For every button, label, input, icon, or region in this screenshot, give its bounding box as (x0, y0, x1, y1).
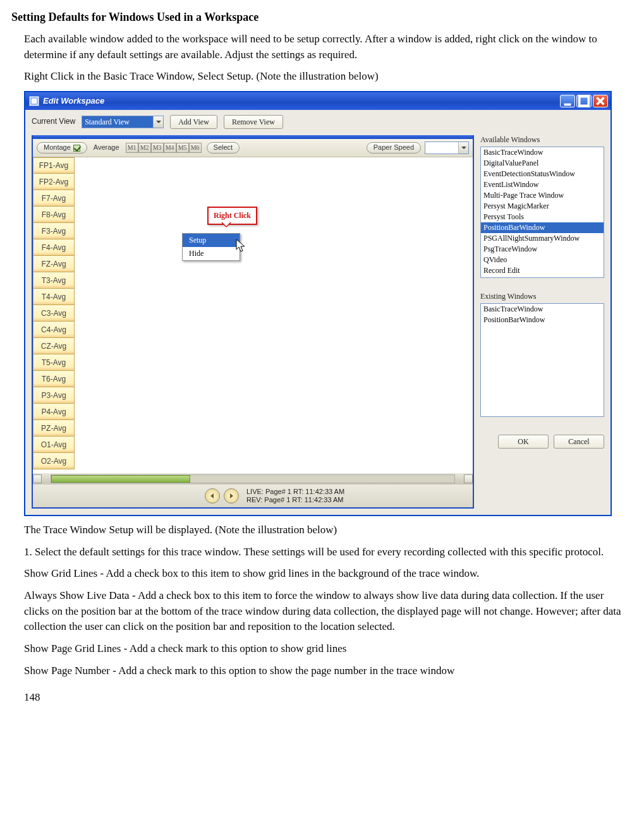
montage-label: Montage (44, 143, 71, 153)
ok-button[interactable]: OK (498, 435, 549, 449)
list-item[interactable]: PositionBarWindow (481, 222, 604, 233)
channel-label[interactable]: F8-Avg (33, 207, 75, 223)
list-item[interactable]: Persyst MagicMarker (481, 201, 604, 212)
m-button[interactable]: M1 (126, 143, 138, 153)
list-item[interactable]: Multi-Page Trace Window (481, 190, 604, 201)
chevron-down-icon[interactable] (153, 116, 163, 128)
select-button[interactable]: Select (207, 142, 240, 154)
list-item[interactable]: DigitalValuePanel (481, 158, 604, 169)
existing-windows-listbox[interactable]: BasicTraceWindowPositionBarWindow (480, 303, 604, 417)
context-menu[interactable]: Setup Hide (182, 233, 240, 261)
list-item[interactable]: BasicTraceWindow (481, 304, 604, 315)
channel-label[interactable]: FP2-Avg (33, 174, 75, 190)
add-view-button[interactable]: Add View (170, 115, 217, 129)
channel-label[interactable]: F4-Avg (33, 239, 75, 256)
check-icon (73, 145, 80, 152)
channel-column: FP1-AvgFP2-AvgF7-AvgF8-AvgF3-AvgF4-AvgFZ… (33, 157, 75, 473)
paragraph-4: 1. Select the default settings for this … (24, 545, 626, 560)
cancel-button[interactable]: Cancel (554, 435, 604, 449)
paragraph-7: Show Page Grid Lines - Add a check mark … (24, 641, 626, 657)
nav-back-button[interactable] (205, 488, 220, 503)
channel-label[interactable]: T5-Avg (33, 354, 75, 371)
paper-speed-button[interactable]: Paper Speed (367, 142, 421, 154)
list-item[interactable]: QVideo (481, 255, 604, 265)
current-view-label: Current View (32, 116, 75, 127)
list-item[interactable]: PSGAllNightSummaryWindow (481, 233, 604, 244)
list-item[interactable]: BasicTraceWindow (481, 147, 604, 158)
paper-speed-label: Paper Speed (374, 143, 414, 153)
current-view-value[interactable] (82, 116, 164, 128)
paragraph-5: Show Grid Lines - Add a check box to thi… (24, 566, 626, 582)
current-view-combo[interactable] (82, 116, 164, 128)
page-number: 148 (24, 690, 626, 706)
menu-setup[interactable]: Setup (183, 234, 240, 247)
channel-label[interactable]: P4-Avg (33, 404, 75, 420)
channel-label[interactable]: FZ-Avg (33, 256, 75, 272)
channel-label[interactable]: F7-Avg (33, 190, 75, 207)
montage-button[interactable]: Montage (37, 142, 87, 154)
minimize-button[interactable] (560, 95, 575, 107)
channel-label[interactable]: C3-Avg (33, 305, 75, 322)
scroll-left-button[interactable] (33, 474, 42, 483)
status-rev: REV: Page# 1 RT: 11:42:33 AM (246, 496, 344, 504)
existing-windows-label: Existing Windows (480, 292, 604, 301)
list-item[interactable]: Persyst Tools (481, 212, 604, 222)
channel-label[interactable]: T4-Avg (33, 289, 75, 305)
paragraph-6: Always Show Live Data - Add a check box … (24, 588, 626, 635)
status-live: LIVE: Page# 1 RT: 11:42:33 AM (246, 488, 344, 496)
m-button[interactable]: M5 (176, 143, 189, 153)
chevron-down-icon[interactable] (458, 142, 468, 154)
list-item[interactable]: Record Edit (481, 265, 604, 276)
average-label: Average (91, 143, 122, 153)
list-item[interactable]: EventDetectionStatusWindow (481, 169, 604, 179)
m-button[interactable]: M2 (138, 143, 151, 153)
maximize-button[interactable] (576, 95, 592, 107)
m-button[interactable]: M4 (164, 143, 176, 153)
list-item[interactable]: PsgTraceWindow (481, 244, 604, 255)
channel-label[interactable]: P3-Avg (33, 387, 75, 404)
channel-label[interactable]: O1-Avg (33, 437, 75, 453)
edit-workspace-window: Edit Workspace Current View Add View Rem… (24, 91, 612, 516)
svg-rect-2 (580, 97, 589, 106)
list-item[interactable]: PositionBarWindow (481, 315, 604, 325)
scroll-thumb[interactable] (51, 475, 190, 483)
app-icon (29, 96, 39, 106)
scroll-right-button[interactable] (464, 474, 473, 483)
trace-toolbar: Montage Average M1M2M3M4M5M6 Select Pape… (33, 139, 473, 157)
paragraph-3: The Trace Window Setup will be displayed… (24, 522, 626, 538)
page-title: Setting Defaults for Windows Used in a W… (11, 9, 626, 25)
window-title: Edit Workspace (43, 95, 104, 107)
available-windows-listbox[interactable]: BasicTraceWindowDigitalValuePanelEventDe… (480, 147, 604, 278)
channel-label[interactable]: O2-Avg (33, 453, 75, 469)
m-button[interactable]: M3 (151, 143, 164, 153)
channel-label[interactable]: C4-Avg (33, 322, 75, 338)
channel-label[interactable]: T6-Avg (33, 371, 75, 387)
channel-label[interactable]: T3-Avg (33, 272, 75, 289)
trace-canvas[interactable]: Right Click Setup Hide (75, 157, 473, 473)
basic-trace-window[interactable]: Montage Average M1M2M3M4M5M6 Select Pape… (32, 135, 474, 509)
remove-view-button[interactable]: Remove View (224, 115, 283, 129)
list-item[interactable]: EventListWindow (481, 179, 604, 190)
right-click-callout: Right Click (207, 207, 257, 225)
channel-label[interactable]: FP1-Avg (33, 157, 75, 174)
svg-rect-0 (31, 98, 37, 104)
paragraph-1: Each available window added to the works… (24, 32, 626, 63)
paper-speed-combo[interactable] (425, 142, 469, 154)
close-button[interactable] (593, 95, 608, 107)
window-titlebar[interactable]: Edit Workspace (25, 92, 611, 110)
channel-label[interactable]: CZ-Avg (33, 338, 75, 354)
channel-label[interactable]: PZ-Avg (33, 420, 75, 437)
channel-label[interactable]: F3-Avg (33, 223, 75, 239)
trace-status-bar: LIVE: Page# 1 RT: 11:42:33 AM REV: Page#… (33, 485, 473, 507)
paragraph-8: Show Page Number - Add a check mark to t… (24, 663, 626, 679)
paragraph-2: Right Click in the Basic Trace Window, S… (24, 69, 626, 85)
view-row: Current View Add View Remove View (32, 115, 604, 129)
horizontal-scrollbar[interactable] (33, 473, 473, 485)
nav-forward-button[interactable] (224, 488, 239, 503)
menu-hide[interactable]: Hide (183, 247, 240, 260)
m-button[interactable]: M6 (189, 143, 202, 153)
available-windows-label: Available Windows (480, 135, 604, 145)
